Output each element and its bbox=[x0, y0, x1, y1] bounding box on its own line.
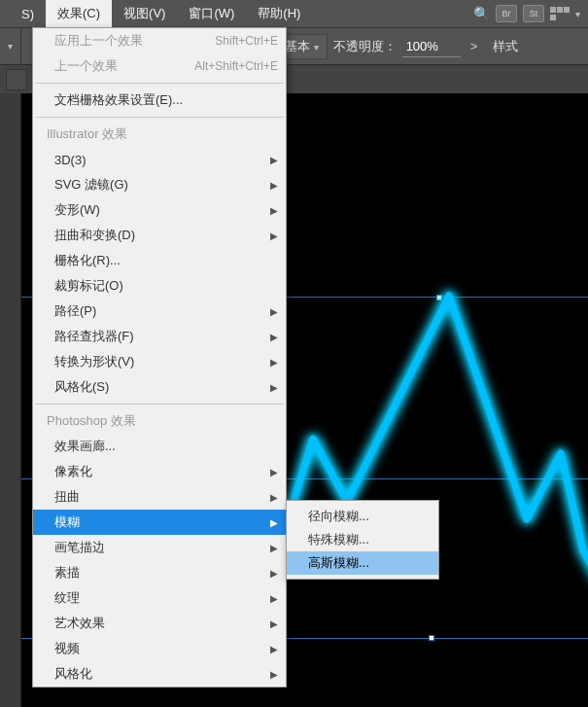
ai-effect-item-2[interactable]: 变形(W)▶ bbox=[33, 197, 286, 223]
menu-help[interactable]: 帮助(H) bbox=[246, 0, 312, 27]
style-label: 样式 bbox=[487, 38, 518, 55]
ps-effect-item-2[interactable]: 扭曲▶ bbox=[33, 484, 286, 510]
chevron-right-icon: ▶ bbox=[270, 357, 278, 368]
vertical-ruler bbox=[0, 93, 21, 707]
photoshop-effects-header: Photoshop 效果 bbox=[33, 408, 286, 434]
menu-view[interactable]: 视图(V) bbox=[112, 0, 177, 27]
menu-last-effect: 上一个效果Alt+Shift+Ctrl+E bbox=[33, 53, 286, 79]
chevron-right-icon: ▶ bbox=[270, 382, 278, 393]
effect-menu-dropdown: 应用上一个效果Shift+Ctrl+E 上一个效果Alt+Shift+Ctrl+… bbox=[32, 27, 287, 688]
chevron-down-icon[interactable]: ▾ bbox=[575, 9, 580, 19]
chevron-right-icon: ▶ bbox=[270, 543, 278, 553]
chevron-right-icon: ▶ bbox=[270, 644, 278, 654]
ai-effect-item-3[interactable]: 扭曲和变换(D)▶ bbox=[33, 223, 286, 248]
menu-separator bbox=[35, 117, 284, 118]
chevron-right-icon: ▶ bbox=[270, 467, 278, 477]
ps-effect-item-3[interactable]: 模糊▶ bbox=[33, 510, 286, 535]
ai-effect-item-0[interactable]: 3D(3)▶ bbox=[33, 147, 286, 172]
ai-effect-item-1[interactable]: SVG 滤镜(G)▶ bbox=[33, 172, 286, 197]
blur-submenu-item-1[interactable]: 特殊模糊... bbox=[287, 528, 438, 551]
ai-effect-item-5[interactable]: 裁剪标记(O) bbox=[33, 273, 286, 299]
panel-toggle-button[interactable] bbox=[6, 69, 27, 90]
ps-effect-item-8[interactable]: 视频▶ bbox=[33, 636, 286, 661]
ai-effect-item-6[interactable]: 路径(P)▶ bbox=[33, 299, 286, 324]
ai-effect-item-9[interactable]: 风格化(S)▶ bbox=[33, 374, 286, 400]
blur-submenu-item-0[interactable]: 径向模糊... bbox=[287, 505, 438, 528]
chevron-right-icon: ▶ bbox=[270, 332, 278, 342]
menu-raster-settings[interactable]: 文档栅格效果设置(E)... bbox=[33, 88, 286, 113]
search-icon[interactable]: 🔍 bbox=[473, 6, 490, 21]
ps-effect-item-5[interactable]: 素描▶ bbox=[33, 560, 286, 585]
chevron-right-icon: ▶ bbox=[270, 492, 278, 503]
workspace-icon[interactable] bbox=[550, 7, 570, 20]
menu-effect[interactable]: 效果(C) bbox=[46, 0, 112, 27]
menu-select-partial[interactable]: S) bbox=[10, 2, 46, 26]
illustrator-effects-header: Illustrator 效果 bbox=[33, 122, 286, 147]
blur-submenu: 径向模糊...特殊模糊...高斯模糊... bbox=[286, 500, 439, 580]
ps-effect-item-1[interactable]: 像素化▶ bbox=[33, 459, 286, 484]
ps-effect-item-4[interactable]: 画笔描边▶ bbox=[33, 535, 286, 560]
stock-icon[interactable]: St bbox=[523, 5, 544, 22]
ai-effect-item-7[interactable]: 路径查找器(F)▶ bbox=[33, 324, 286, 349]
chevron-right-icon: ▶ bbox=[270, 180, 278, 191]
menubar: S) 效果(C) 视图(V) 窗口(W) 帮助(H) 🔍 Br St ▾ bbox=[0, 0, 588, 27]
chevron-right-icon: ▶ bbox=[270, 517, 278, 528]
chevron-right-icon: ▶ bbox=[270, 230, 278, 241]
chevron-right-icon: ▶ bbox=[270, 568, 278, 579]
menu-window[interactable]: 窗口(W) bbox=[177, 0, 246, 27]
ps-effect-item-6[interactable]: 纹理▶ bbox=[33, 585, 286, 611]
ai-effect-item-8[interactable]: 转换为形状(V)▶ bbox=[33, 349, 286, 374]
opacity-input[interactable] bbox=[402, 36, 461, 57]
menu-separator bbox=[35, 404, 284, 405]
ps-effect-item-7[interactable]: 艺术效果▶ bbox=[33, 611, 286, 636]
opacity-label: 不透明度： bbox=[333, 38, 397, 55]
chevron-right-icon: ▶ bbox=[270, 205, 278, 216]
chevron-right-icon: ▶ bbox=[270, 306, 278, 317]
chevron-right-icon: ▶ bbox=[270, 669, 278, 680]
chevron-right-icon: ▶ bbox=[270, 155, 278, 165]
menu-apply-last-effect: 应用上一个效果Shift+Ctrl+E bbox=[33, 28, 286, 53]
tool-chevron[interactable]: ▾ bbox=[0, 28, 21, 65]
menu-separator bbox=[35, 83, 284, 84]
ps-effect-item-9[interactable]: 风格化▶ bbox=[33, 661, 286, 687]
chevron-right-icon: ▶ bbox=[270, 619, 278, 629]
chevron-right-icon: ▶ bbox=[270, 593, 278, 604]
opacity-arrow[interactable]: > bbox=[461, 39, 488, 53]
blur-submenu-item-2[interactable]: 高斯模糊... bbox=[287, 551, 438, 575]
ps-effect-item-0[interactable]: 效果画廊... bbox=[33, 434, 286, 459]
bridge-icon[interactable]: Br bbox=[496, 5, 517, 22]
ai-effect-item-4[interactable]: 栅格化(R)... bbox=[33, 248, 286, 273]
